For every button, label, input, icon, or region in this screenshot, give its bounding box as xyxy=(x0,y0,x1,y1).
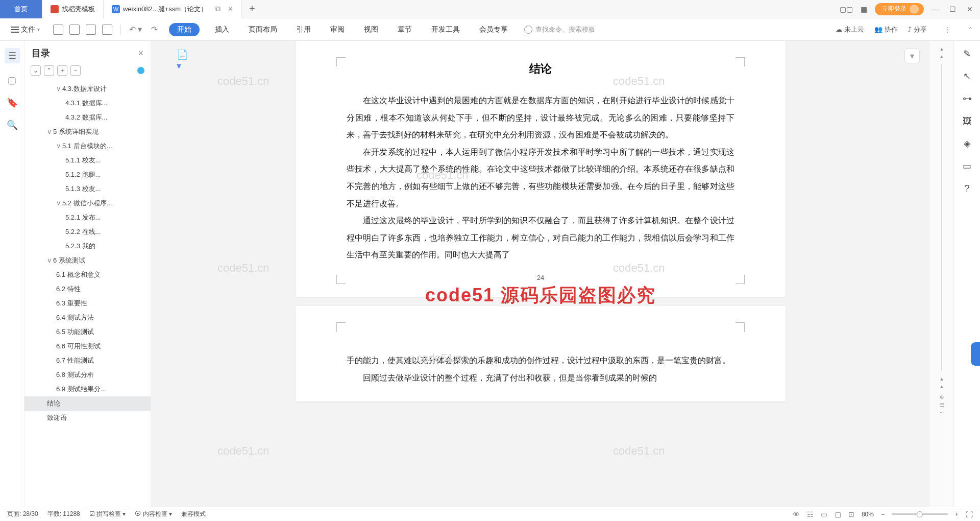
zoom-slider[interactable] xyxy=(892,513,948,515)
settings-icon[interactable]: ⊶ xyxy=(962,93,973,104)
collapse-all-button[interactable]: ⌄ xyxy=(31,65,41,76)
file-menu[interactable]: 文件▾ xyxy=(7,23,44,36)
apps-icon[interactable]: ▦ xyxy=(857,3,870,15)
preview-icon[interactable] xyxy=(86,25,96,35)
maximize-button[interactable]: ☐ xyxy=(946,3,959,15)
tab-templates[interactable]: 找稻壳模板 xyxy=(42,0,104,18)
menu-tab-view[interactable]: 视图 xyxy=(360,23,382,36)
outline-item[interactable]: ∨5 系统详细实现 xyxy=(24,125,151,139)
add-heading-button[interactable]: + xyxy=(57,65,67,76)
outline-item[interactable]: 5.2.3 我的 xyxy=(24,239,151,253)
search-icon[interactable]: 🔍 xyxy=(7,120,18,131)
page-count[interactable]: 页面: 28/30 xyxy=(7,510,38,518)
outline-item[interactable]: 6.1 概念和意义 xyxy=(24,268,151,282)
redo-button[interactable]: ↷ xyxy=(151,25,158,34)
document-area[interactable]: 📄▾ ▾ code51 源码乐园盗图必究 code51.cn code51.cn… xyxy=(151,41,930,507)
menu-tab-review[interactable]: 审阅 xyxy=(326,23,349,36)
outline-item[interactable]: 5.1.1 校友... xyxy=(24,153,151,168)
outline-item[interactable]: 6.4 测试方法 xyxy=(24,311,151,325)
outline-item[interactable]: 6.5 功能测试 xyxy=(24,325,151,339)
outline-item[interactable]: 6.8 测试分析 xyxy=(24,368,151,382)
save-icon[interactable] xyxy=(53,25,63,35)
menu-tab-vip[interactable]: 会员专享 xyxy=(475,23,512,36)
undo-button[interactable]: ↶ ▾ xyxy=(129,25,142,34)
outline-close-icon[interactable]: × xyxy=(138,48,143,59)
collapse-ribbon-icon[interactable]: ⌃ xyxy=(968,26,973,33)
expand-all-button[interactable]: ⌃ xyxy=(44,65,54,76)
outline-item[interactable]: 6.2 特性 xyxy=(24,282,151,296)
close-window-button[interactable]: ✕ xyxy=(964,3,976,15)
coop-button[interactable]: 👥 协作 xyxy=(874,25,898,34)
tab-home[interactable]: 首页 xyxy=(0,0,42,18)
spellcheck-button[interactable]: ☑ 拼写检查 ▾ xyxy=(89,510,126,518)
outline-item[interactable]: 5.1.3 校友... xyxy=(24,182,151,196)
word-count[interactable]: 字数: 11288 xyxy=(47,510,80,518)
layout-icon[interactable]: ▢▢ xyxy=(840,3,852,15)
select-icon[interactable]: ↖ xyxy=(962,70,973,82)
minimize-button[interactable]: — xyxy=(929,3,941,15)
search-input[interactable]: 查找命令、搜索模板 xyxy=(524,25,595,34)
outline-item[interactable]: ∨5.1 后台模块的... xyxy=(24,139,151,153)
compat-mode[interactable]: 兼容模式 xyxy=(181,510,206,518)
tab-document[interactable]: Wweixin082...腿+ssm（论文）⧉✕ xyxy=(104,0,242,18)
bookmark-toggle-icon[interactable]: ▾ xyxy=(904,48,920,63)
zoom-in-button[interactable]: + xyxy=(955,511,959,518)
menu-more-icon[interactable]: ⋮ xyxy=(944,26,950,33)
outline-view-icon[interactable]: ⊡ xyxy=(848,510,854,518)
outline-item[interactable]: 6.6 可用性测试 xyxy=(24,339,151,353)
outline-item[interactable]: 4.3.1 数据库... xyxy=(24,96,151,110)
side-panel-toggle[interactable] xyxy=(971,342,980,366)
outline-item[interactable]: ∨6 系统测试 xyxy=(24,253,151,268)
menu-tab-devtools[interactable]: 开发工具 xyxy=(427,23,464,36)
outline-item[interactable]: 4.3.2 数据库... xyxy=(24,110,151,125)
new-tab-button[interactable]: + xyxy=(242,3,262,15)
zoom-out-button[interactable]: − xyxy=(881,511,885,518)
scrollbar-track[interactable] xyxy=(941,64,942,371)
fullscreen-icon[interactable]: ⛶ xyxy=(966,510,973,518)
outline-item[interactable]: 6.3 重要性 xyxy=(24,296,151,311)
cloud-status[interactable]: ☁ 未上云 xyxy=(836,25,864,34)
menu-tab-insert[interactable]: 插入 xyxy=(211,23,233,36)
share-button[interactable]: ⤴ 分享 xyxy=(908,25,927,34)
export-icon[interactable] xyxy=(102,25,112,35)
outline-item[interactable]: 结论 xyxy=(24,396,151,411)
paragraph: 回顾过去做毕业设计的整个过程，充满了付出和收获，但是当你看到成果的时候的 xyxy=(347,369,734,387)
clipboard-icon[interactable]: ▢ xyxy=(7,75,18,86)
read-icon[interactable]: ▭ xyxy=(962,160,973,172)
remove-heading-button[interactable]: − xyxy=(70,65,81,76)
contentcheck-button[interactable]: ⦿ 内容检查 ▾ xyxy=(135,510,172,518)
menu-tab-reference[interactable]: 引用 xyxy=(292,23,315,36)
help-icon[interactable]: ? xyxy=(962,183,973,194)
outline-item[interactable]: 6.9 测试结果分... xyxy=(24,382,151,396)
outline-item[interactable]: 5.2.1 发布... xyxy=(24,210,151,225)
outline-item[interactable]: 5.1.2 跑腿... xyxy=(24,168,151,182)
outline-item[interactable]: 6.7 性能测试 xyxy=(24,353,151,368)
page-corner xyxy=(736,275,745,284)
login-button[interactable]: 立即登录 xyxy=(875,3,924,15)
outline-item[interactable]: 致谢语 xyxy=(24,411,151,425)
print-icon[interactable] xyxy=(69,25,80,35)
document-page: 手的能力，使其难以充分体会探索的乐趣和成功的创作过程，设计过程中汲取的东西，是一… xyxy=(296,306,786,401)
close-tab-icon[interactable]: ✕ xyxy=(228,5,233,13)
image-icon[interactable]: 🖼 xyxy=(962,115,973,127)
menu-tab-start[interactable]: 开始 xyxy=(169,23,200,36)
eye-icon[interactable]: 👁 xyxy=(793,510,800,518)
page-number: 24 xyxy=(347,274,734,281)
outline-sync-icon[interactable] xyxy=(137,67,144,74)
outline-icon[interactable]: ☰ xyxy=(5,48,20,63)
shape-icon[interactable]: ◈ xyxy=(962,138,973,149)
outline-item[interactable]: 5.2.2 在线... xyxy=(24,225,151,239)
menu-tab-layout[interactable]: 页面布局 xyxy=(244,23,281,36)
weblayout-icon[interactable]: ▢ xyxy=(835,510,841,518)
header-edit-icon[interactable]: 📄▾ xyxy=(177,49,190,62)
view-mode-icon[interactable]: ☷ xyxy=(807,510,814,518)
outline-item[interactable]: ∨5.2 微信小程序... xyxy=(24,196,151,210)
edit-icon[interactable]: ✎ xyxy=(962,48,973,59)
scroll-indicator[interactable]: ▲▲ ▲▲ ⊕☰··· xyxy=(930,41,953,507)
bookmark-icon[interactable]: 🔖 xyxy=(7,97,18,108)
menu-tab-chapter[interactable]: 章节 xyxy=(394,23,416,36)
outline-item[interactable]: ∨4.3.数据库设计 xyxy=(24,82,151,96)
readmode-icon[interactable]: ▭ xyxy=(821,510,827,518)
zoom-level[interactable]: 80% xyxy=(862,511,874,518)
duplicate-tab-icon[interactable]: ⧉ xyxy=(215,5,220,13)
